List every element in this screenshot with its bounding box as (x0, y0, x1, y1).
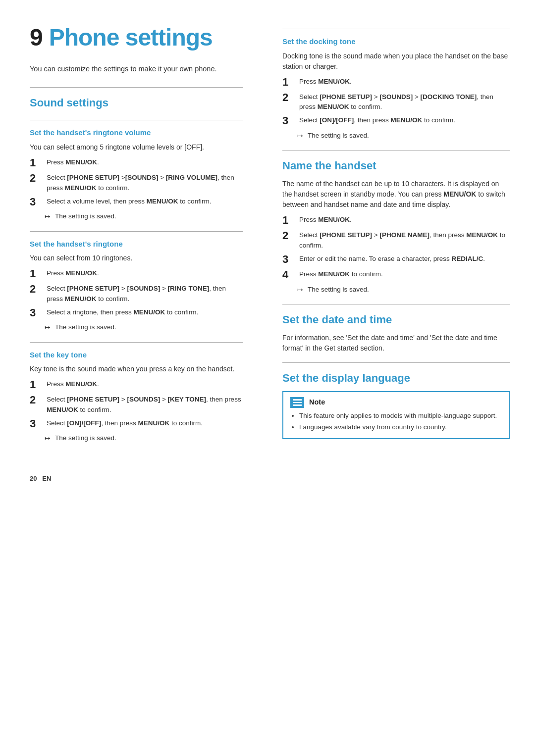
step-text: Select [PHONE SETUP] > [PHONE NAME], the… (297, 230, 510, 251)
step-number: 2 (282, 229, 297, 242)
step-text: Press MENU/OK. (45, 268, 243, 278)
result-text: The setting is saved. (308, 131, 369, 141)
step-item: 2 Select [PHONE SETUP] > [PHONE NAME], t… (282, 230, 510, 251)
result-line: ↦ The setting is saved. (45, 323, 243, 333)
result-text: The setting is saved. (308, 285, 369, 295)
ringtone-title: Set the handset's ringtone (30, 239, 243, 250)
step-number: 3 (30, 417, 45, 430)
right-column: Set the docking tone Docking tone is the… (277, 20, 510, 483)
name-handset-steps: 1 Press MENU/OK. 2 Select [PHONE SETUP] … (282, 215, 510, 282)
step-number: 3 (282, 253, 297, 266)
step-text: Press MENU/OK. (45, 379, 243, 389)
ringtone-intro: You can select from 10 ringtones. (30, 253, 243, 263)
docking-tone-block: Set the docking tone Docking tone is the… (282, 36, 510, 141)
step-item: 3 Select [ON]/[OFF], then press MENU/OK … (282, 115, 510, 127)
display-language-section: Set the display language Note This featu… (282, 370, 510, 439)
divider-key-tone (30, 342, 243, 343)
step-text: Select [ON]/[OFF], then press MENU/OK to… (297, 115, 510, 125)
note-icon (290, 397, 304, 408)
display-language-title: Set the display language (282, 370, 510, 386)
step-item: 2 Select [PHONE SETUP] > [SOUNDS] > [KEY… (30, 395, 243, 415)
docking-tone-title: Set the docking tone (282, 36, 510, 48)
name-handset-section: Name the handset The name of the handset… (282, 157, 510, 295)
page-number: 9 (30, 24, 43, 50)
page-title-block: 9Phone settings (30, 20, 243, 55)
ringtone-steps: 1 Press MENU/OK. 2 Select [PHONE SETUP] … (30, 268, 243, 319)
step-number: 1 (30, 378, 45, 391)
divider-name-handset (282, 150, 510, 151)
divider-date-time (282, 304, 510, 304)
key-tone-intro: Key tone is the sound made when you pres… (30, 364, 243, 374)
step-number: 1 (282, 76, 297, 89)
step-item: 1 Press MENU/OK. (30, 268, 243, 280)
step-item: 3 Select a ringtone, then press MENU/OK … (30, 307, 243, 319)
result-text: The setting is saved. (55, 434, 116, 443)
date-time-section: Set the date and time For information, s… (282, 311, 510, 353)
note-bullet-item: This feature only applies to models with… (299, 411, 502, 421)
result-line: ↦ The setting is saved. (45, 434, 243, 444)
name-handset-title: Name the handset (282, 157, 510, 174)
docking-tone-intro: Docking tone is the sound made when you … (282, 51, 510, 72)
arrow-icon: ↦ (45, 434, 53, 444)
note-bullets: This feature only applies to models with… (290, 411, 502, 432)
ringtone-volume-intro: You can select among 5 ringtone volume l… (30, 142, 243, 152)
result-text: The setting is saved. (55, 212, 116, 221)
step-number: 2 (30, 394, 45, 406)
page-container: 9Phone settings You can customize the se… (0, 0, 535, 513)
ringtone-volume-steps: 1 Press MENU/OK. 2 Select [PHONE SETUP] … (30, 157, 243, 208)
divider-sound (30, 87, 243, 88)
step-text: Press MENU/OK. (297, 215, 510, 225)
step-number: 2 (282, 91, 297, 104)
ringtone-volume-title: Set the handset's ringtone volume (30, 127, 243, 139)
step-number: 3 (30, 196, 45, 208)
page-title: Phone settings (49, 24, 213, 50)
date-time-title: Set the date and time (282, 311, 510, 328)
note-box: Note This feature only applies to models… (282, 391, 510, 439)
step-text: Select [ON]/[OFF], then press MENU/OK to… (45, 418, 243, 428)
arrow-icon: ↦ (297, 131, 305, 141)
step-item: 2 Select [PHONE SETUP] > [SOUNDS] > [RIN… (30, 284, 243, 304)
step-item: 1 Press MENU/OK. (282, 215, 510, 227)
step-item: 1 Press MENU/OK. (30, 379, 243, 391)
step-text: Select a ringtone, then press MENU/OK to… (45, 307, 243, 317)
divider-ringtone-vol (30, 120, 243, 120)
note-header: Note (290, 397, 502, 408)
step-item: 2 Select [PHONE SETUP] > [SOUNDS] > [DOC… (282, 92, 510, 112)
date-time-intro: For information, see 'Set the date and t… (282, 333, 510, 353)
step-item: 3 Select a volume level, then press MENU… (30, 197, 243, 208)
key-tone-block: Set the key tone Key tone is the sound m… (30, 350, 243, 444)
left-column: 9Phone settings You can customize the se… (30, 20, 258, 483)
step-item: 3 Select [ON]/[OFF], then press MENU/OK … (30, 418, 243, 430)
divider-display-lang (282, 362, 510, 363)
result-line: ↦ The setting is saved. (45, 212, 243, 222)
step-item: 2 Select [PHONE SETUP] >[SOUNDS] > [RING… (30, 173, 243, 193)
step-item: 1 Press MENU/OK. (30, 157, 243, 169)
name-handset-intro: The name of the handset can be up to 10 … (282, 179, 510, 210)
ringtone-volume-block: Set the handset's ringtone volume You ca… (30, 127, 243, 222)
key-tone-steps: 1 Press MENU/OK. 2 Select [PHONE SETUP] … (30, 379, 243, 430)
step-text: Select [PHONE SETUP] >[SOUNDS] > [RING V… (45, 173, 243, 193)
result-line: ↦ The setting is saved. (297, 131, 510, 141)
step-number: 3 (30, 306, 45, 319)
footer-page-number: 20 (30, 475, 37, 482)
step-number: 1 (30, 267, 45, 280)
note-icon-line (293, 404, 302, 406)
step-number: 2 (30, 283, 45, 296)
note-label: Note (309, 397, 325, 408)
step-text: Select [PHONE SETUP] > [SOUNDS] > [RING … (45, 284, 243, 304)
key-tone-title: Set the key tone (30, 350, 243, 361)
step-text: Select [PHONE SETUP] > [SOUNDS] > [DOCKI… (297, 92, 510, 112)
divider-docking (282, 29, 510, 29)
step-text: Select a volume level, then press MENU/O… (45, 197, 243, 206)
step-number: 1 (282, 214, 297, 227)
step-text: Enter or edit the name. To erase a chara… (297, 254, 510, 264)
note-icon-line (293, 399, 302, 401)
step-text: Press MENU/OK to confirm. (297, 269, 510, 279)
step-text: Press MENU/OK. (297, 77, 510, 87)
step-number: 3 (282, 114, 297, 127)
divider-ringtone (30, 231, 243, 232)
step-item: 3 Enter or edit the name. To erase a cha… (282, 254, 510, 266)
step-text: Press MENU/OK. (45, 157, 243, 167)
step-number: 4 (282, 268, 297, 281)
footer-language: EN (42, 475, 51, 482)
